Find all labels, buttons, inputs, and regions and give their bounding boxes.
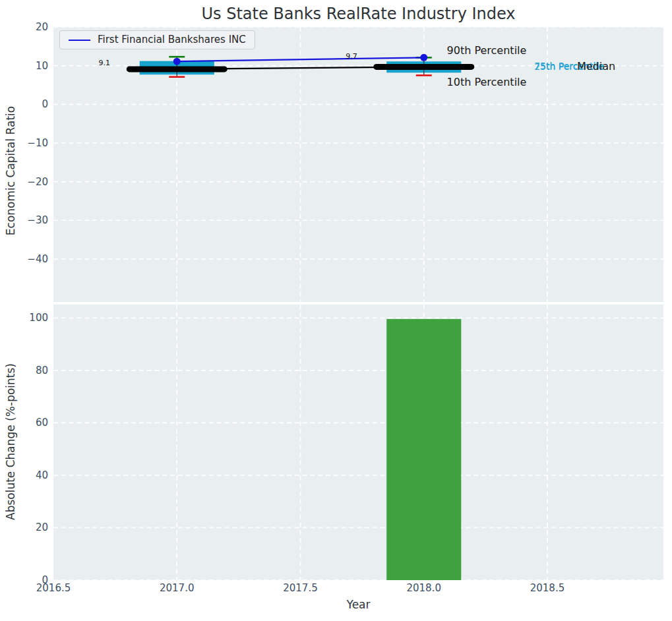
y-tick-label: 10 (9, 60, 48, 72)
y-tick-label: 20 (9, 521, 48, 533)
x-tick-label: 2017.5 (270, 582, 330, 594)
legend-line-swatch (69, 40, 90, 41)
y-tick-label: −10 (9, 137, 48, 149)
chart-title: Us State Banks RealRate Industry Index (53, 5, 663, 23)
company-point-2017 (173, 58, 181, 65)
legend: First Financial Bankshares INC (59, 30, 255, 49)
y-tick-label: −40 (9, 253, 48, 265)
label-10th-percentile: 10th Percentile (447, 76, 527, 88)
y-tick-label: 100 (9, 312, 48, 324)
y-tick-label: −20 (9, 176, 48, 188)
x-axis-label: Year (53, 598, 663, 611)
x-tick-label: 2018.0 (394, 582, 454, 594)
x-tick-label: 2017.0 (147, 582, 206, 594)
median-value-2017: 9.1 (98, 59, 110, 68)
label-90th-percentile: 90th Percentile (447, 45, 527, 57)
y-tick-label: 0 (9, 98, 48, 110)
y-tick-label: 60 (9, 417, 48, 429)
y-tick-label: 80 (9, 365, 48, 376)
y-tick-label: −30 (9, 214, 48, 226)
median-value-2018: 9.7 (346, 53, 357, 61)
x-tick-label: 2016.5 (24, 582, 83, 594)
label-median: Median (577, 61, 615, 73)
bottom-plot-background (53, 305, 663, 580)
y-tick-label: 40 (9, 469, 48, 481)
y-axis-label-top: Economic Capital Ratio (4, 65, 17, 276)
chart-canvas (0, 0, 672, 621)
bar-2018 (386, 319, 461, 580)
x-tick-label: 2018.5 (518, 582, 577, 594)
figure: Us State Banks RealRate Industry Index E… (0, 0, 672, 621)
y-tick-label: 20 (9, 21, 48, 33)
legend-label: First Financial Bankshares INC (98, 34, 246, 46)
company-point-2018 (420, 54, 427, 61)
